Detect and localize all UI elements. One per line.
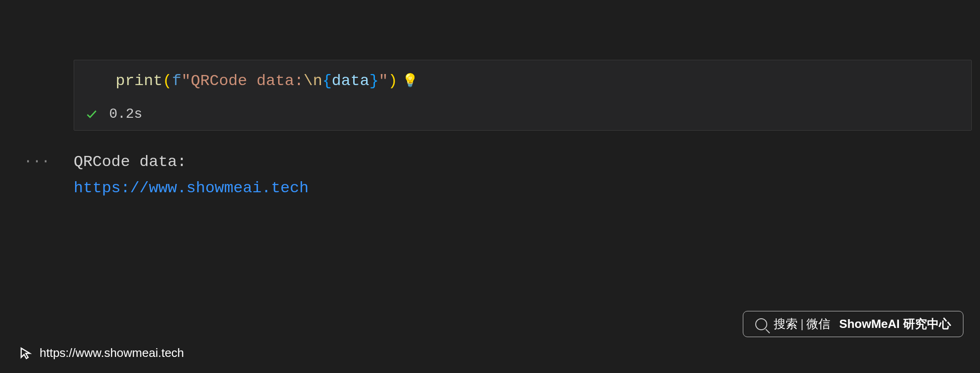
token-fstring-prefix: f bbox=[172, 70, 181, 92]
output-gutter[interactable]: ··· bbox=[0, 149, 74, 202]
code-line: print(f"QRCode data:\n{data}") 💡 bbox=[116, 70, 962, 92]
token-brace-open: { bbox=[322, 70, 332, 92]
lightbulb-icon[interactable]: 💡 bbox=[402, 72, 418, 90]
execution-time: 0.2s bbox=[109, 106, 142, 122]
search-label: 搜索 bbox=[774, 316, 798, 332]
output-line-1: QRCode data: bbox=[74, 149, 309, 176]
output-ellipsis: ··· bbox=[23, 153, 50, 170]
output-content: QRCode data: https://www.showmeai.tech bbox=[74, 149, 309, 202]
token-string: QRCode data: bbox=[191, 70, 303, 92]
wechat-label: 微信 bbox=[806, 316, 830, 332]
footer-url: https://www.showmeai.tech bbox=[40, 346, 184, 360]
token-quote: " bbox=[379, 70, 388, 92]
search-divider: | bbox=[800, 317, 804, 331]
token-function: print bbox=[116, 70, 163, 92]
search-widget[interactable]: 搜索 | 微信 ShowMeAI 研究中心 bbox=[743, 311, 963, 337]
token-paren-open: ( bbox=[163, 70, 172, 92]
cell-execution-status: 0.2s bbox=[74, 101, 971, 130]
token-paren-close: ) bbox=[388, 70, 397, 92]
cursor-icon bbox=[18, 345, 33, 360]
code-content[interactable]: print(f"QRCode data:\n{data}") 💡 bbox=[74, 60, 971, 101]
output-link[interactable]: https://www.showmeai.tech bbox=[74, 175, 309, 202]
brand-name: ShowMeAI 研究中心 bbox=[839, 316, 951, 332]
output-container: ··· QRCode data: https://www.showmeai.te… bbox=[74, 149, 980, 202]
token-brace-close: } bbox=[369, 70, 379, 92]
token-quote: " bbox=[181, 70, 191, 92]
notebook-container: print(f"QRCode data:\n{data}") 💡 0.2s ··… bbox=[0, 0, 980, 202]
search-text: 搜索 | 微信 ShowMeAI 研究中心 bbox=[774, 316, 951, 332]
token-variable: data bbox=[332, 70, 369, 92]
search-icon bbox=[755, 318, 767, 330]
token-escape: \n bbox=[303, 70, 322, 92]
checkmark-icon bbox=[85, 108, 98, 121]
code-cell[interactable]: print(f"QRCode data:\n{data}") 💡 0.2s bbox=[74, 60, 972, 131]
footer-link[interactable]: https://www.showmeai.tech bbox=[18, 345, 184, 360]
